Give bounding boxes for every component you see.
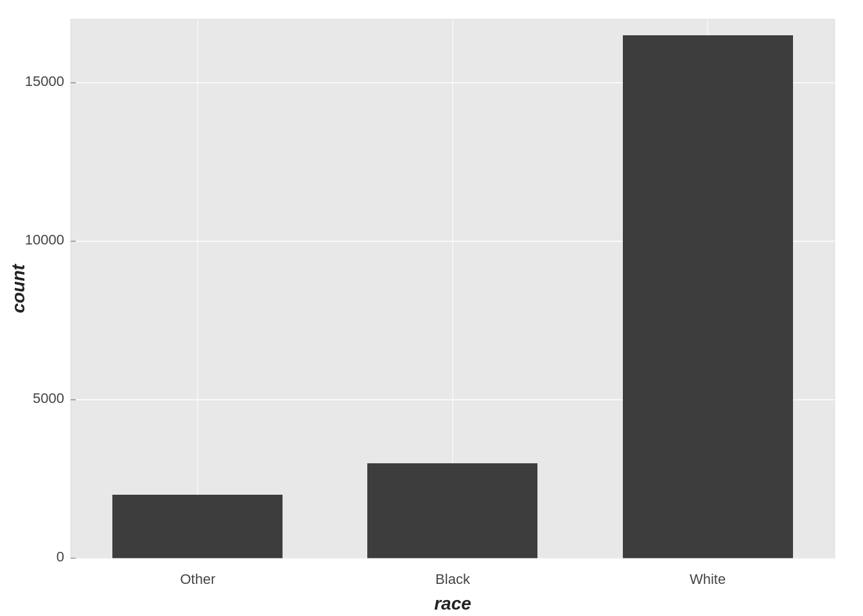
x-label-black: Black (435, 571, 471, 587)
y-axis-title: count (8, 263, 28, 313)
y-tick-5000: 5000 (33, 390, 64, 406)
chart-container: 0 5000 10000 15000 Other Black White rac… (0, 0, 863, 616)
x-label-other: Other (180, 571, 215, 587)
bar-other (112, 495, 283, 558)
bar-white (623, 35, 793, 558)
y-tick-15000: 15000 (25, 73, 64, 89)
x-label-white: White (690, 571, 726, 587)
bar-black (367, 463, 537, 558)
bar-chart: 0 5000 10000 15000 Other Black White rac… (0, 0, 863, 616)
y-tick-10000: 10000 (25, 232, 64, 248)
x-axis-title: race (434, 594, 471, 613)
y-tick-0: 0 (57, 549, 64, 565)
